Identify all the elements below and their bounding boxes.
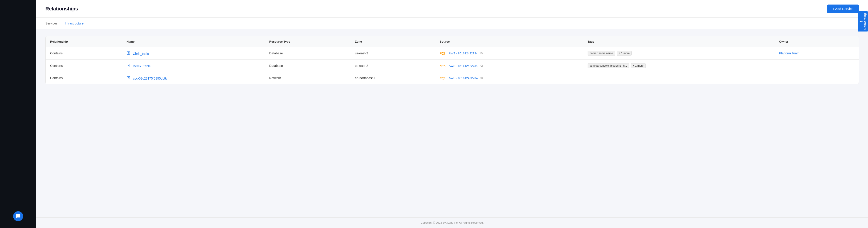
footer-text: Copyright © 2023 J/K Labs Inc. All Right…: [421, 221, 484, 224]
table-row: Contains Derek_Table Database us-e: [45, 60, 859, 72]
tab-bar: Services Infrastructure: [36, 18, 868, 29]
row-name-link-2[interactable]: vpc-03c23175f6395dc8c: [133, 76, 168, 80]
cell-resource-type-2: Network: [265, 72, 350, 84]
tag-more-0[interactable]: + 1 more: [617, 51, 632, 56]
page-title: Relationships: [45, 6, 78, 12]
col-resource-type: Resource Type: [265, 36, 350, 47]
tag-more-1[interactable]: + 1 more: [631, 63, 646, 68]
onboarding-tab[interactable]: ❮ Onboarding: [858, 11, 868, 32]
table-row: Contains Chris_table Databa: [45, 47, 859, 60]
add-service-button[interactable]: + Add Service: [827, 4, 859, 13]
cell-owner-0: Platform Team: [775, 47, 859, 60]
onboarding-chevron: ❮: [859, 20, 863, 23]
resource-link-icon-1[interactable]: [127, 64, 130, 67]
cell-zone-1: us-east-2: [350, 60, 435, 72]
cell-source-0: aws AWS - 861612422734 ⧉: [435, 47, 583, 60]
cell-tags-2: [583, 72, 775, 84]
resource-link-icon-2[interactable]: [127, 76, 130, 79]
copy-icon-1[interactable]: ⧉: [480, 64, 483, 68]
col-name: Name: [122, 36, 265, 47]
col-relationship: Relationship: [45, 36, 122, 47]
cell-relationship-0: Contains: [45, 47, 122, 60]
cell-relationship-2: Contains: [45, 72, 122, 84]
svg-text:aws: aws: [440, 76, 445, 79]
svg-marker-5: [445, 66, 445, 67]
svg-marker-2: [445, 54, 445, 55]
col-tags: Tags: [583, 36, 775, 47]
aws-link-2[interactable]: AWS - 861612422734: [449, 76, 477, 80]
aws-link-0[interactable]: AWS - 861612422734: [449, 52, 477, 55]
main-content: Relationships + Add Service Services Inf…: [36, 0, 868, 228]
cell-owner-1: [775, 60, 859, 72]
cell-name-0: Chris_table: [122, 47, 265, 60]
owner-link-0[interactable]: Platform Team: [779, 52, 800, 55]
svg-text:aws: aws: [440, 64, 445, 67]
onboarding-label: Onboarding: [864, 13, 867, 30]
aws-link-1[interactable]: AWS - 861612422734: [449, 64, 477, 68]
tab-infrastructure[interactable]: Infrastructure: [65, 18, 84, 29]
cell-source-2: aws AWS - 861612422734 ⧉: [435, 72, 583, 84]
cell-zone-0: us-east-2: [350, 47, 435, 60]
col-source: Source: [435, 36, 583, 47]
aws-logo-2: aws: [440, 76, 447, 80]
aws-logo-0: aws: [440, 51, 447, 56]
aws-logo-1: aws: [440, 63, 447, 68]
cell-name-1: Derek_Table: [122, 60, 265, 72]
content-area: Relationship Name Resource Type Zone Sou…: [36, 29, 868, 217]
cell-zone-2: ap-northeast-1: [350, 72, 435, 84]
tag-badge-0-0: name : some name: [588, 51, 615, 56]
row-name-link-1[interactable]: Derek_Table: [133, 64, 151, 68]
cell-name-2: vpc-03c23175f6395dc8c: [122, 72, 265, 84]
page-header: Relationships + Add Service: [36, 0, 868, 18]
table-header: Relationship Name Resource Type Zone Sou…: [45, 36, 859, 47]
copy-icon-0[interactable]: ⧉: [480, 52, 483, 55]
tag-badge-1-0: lambda-console_blueprint : h...: [588, 63, 629, 68]
cell-source-1: aws AWS - 861612422734 ⧉: [435, 60, 583, 72]
cell-owner-2: [775, 72, 859, 84]
sidebar: [0, 0, 36, 228]
relationships-table: Relationship Name Resource Type Zone Sou…: [45, 36, 859, 84]
cell-resource-type-0: Database: [265, 47, 350, 60]
cell-relationship-1: Contains: [45, 60, 122, 72]
cell-tags-0: name : some name + 1 more: [583, 47, 775, 60]
cell-resource-type-1: Database: [265, 60, 350, 72]
table-row: Contains vpc-03c23175f6395dc8c Network: [45, 72, 859, 84]
col-zone: Zone: [350, 36, 435, 47]
copy-icon-2[interactable]: ⧉: [480, 76, 483, 80]
relationships-table-container: Relationship Name Resource Type Zone Sou…: [45, 36, 859, 84]
col-owner: Owner: [775, 36, 859, 47]
resource-link-icon-0[interactable]: [127, 51, 130, 55]
svg-text:aws: aws: [440, 52, 445, 54]
cell-tags-1: lambda-console_blueprint : h... + 1 more: [583, 60, 775, 72]
row-name-link-0[interactable]: Chris_table: [133, 52, 149, 56]
svg-marker-8: [445, 79, 445, 79]
tab-services[interactable]: Services: [45, 18, 58, 29]
chat-button[interactable]: [13, 211, 23, 221]
page-footer: Copyright © 2023 J/K Labs Inc. All Right…: [36, 217, 868, 228]
table-body: Contains Chris_table Databa: [45, 47, 859, 84]
